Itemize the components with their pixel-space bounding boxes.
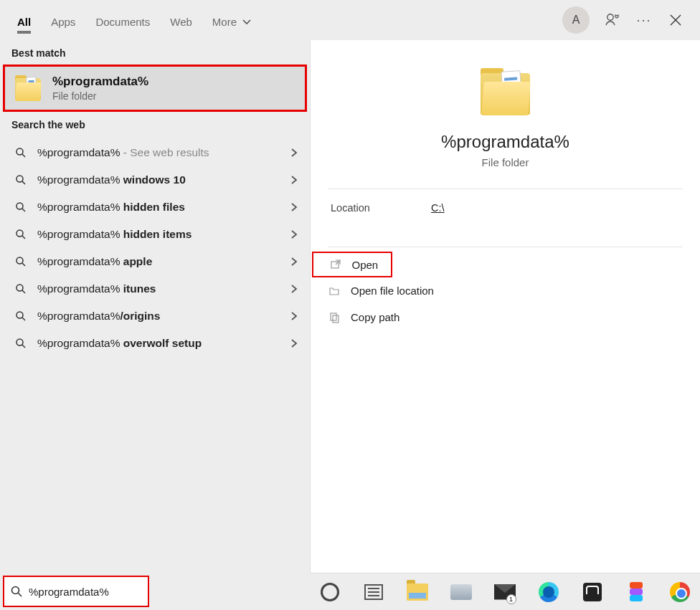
taskbar-cortana[interactable] — [316, 577, 344, 607]
search-icon — [13, 283, 29, 295]
taskbar-edge[interactable] — [535, 577, 563, 607]
web-result-text: %programdata% apple — [37, 255, 290, 268]
location-label: Location — [331, 202, 431, 214]
preview-title: %programdata% — [311, 132, 700, 152]
web-result-text: %programdata% overwolf setup — [37, 337, 290, 350]
cortana-icon — [321, 583, 339, 601]
tab-more[interactable]: More — [202, 3, 261, 38]
web-result-2[interactable]: %programdata% hidden files — [0, 194, 310, 221]
section-search-web-label: Search the web — [0, 112, 310, 136]
taskbar-store[interactable] — [579, 577, 607, 607]
copy-icon — [325, 312, 344, 323]
search-icon — [10, 585, 23, 598]
taskbar-figma[interactable] — [623, 577, 651, 607]
chevron-down-icon — [242, 19, 251, 26]
header-actions: A ··· — [562, 6, 693, 34]
folder-icon — [14, 74, 42, 103]
taskbar-chrome[interactable] — [666, 577, 694, 607]
preview-actions: Open Open file location Copy path — [311, 247, 700, 335]
tab-all[interactable]: All — [7, 3, 41, 38]
web-results-list: %programdata% - See web results%programd… — [0, 136, 310, 360]
keyboard-icon — [450, 584, 472, 600]
edge-icon — [539, 582, 559, 602]
search-body: Best match %programdata% File folder Sea… — [0, 40, 700, 573]
preview-subtitle: File folder — [311, 156, 700, 168]
web-result-4[interactable]: %programdata% apple — [0, 248, 310, 275]
action-copy-path[interactable]: Copy path — [311, 304, 700, 330]
action-open-location-label: Open file location — [351, 285, 434, 297]
svg-point-4 — [16, 230, 23, 237]
feedback-icon[interactable] — [604, 11, 621, 29]
web-result-text: %programdata%/origins — [37, 310, 290, 323]
search-input-box[interactable]: %programdata% — [3, 576, 149, 607]
figma-icon — [630, 582, 643, 602]
taskbar: 1 — [310, 573, 700, 610]
taskbar-task-view[interactable] — [359, 577, 387, 607]
search-icon — [13, 310, 29, 322]
web-result-text: %programdata% - See web results — [37, 146, 290, 159]
open-icon — [326, 259, 345, 270]
chevron-right-icon — [290, 175, 298, 185]
taskbar-keyboard[interactable] — [447, 577, 475, 607]
taskbar-mail[interactable]: 1 — [491, 577, 519, 607]
chevron-right-icon — [290, 202, 298, 212]
search-icon — [13, 174, 29, 186]
web-result-text: %programdata% hidden files — [37, 201, 290, 214]
svg-point-7 — [16, 312, 23, 318]
file-explorer-icon — [407, 583, 428, 601]
chrome-icon — [670, 582, 690, 602]
search-icon — [13, 229, 29, 240]
close-button[interactable] — [667, 11, 684, 29]
web-result-3[interactable]: %programdata% hidden items — [0, 221, 310, 248]
svg-point-3 — [16, 203, 23, 209]
action-open-label: Open — [352, 259, 379, 271]
tab-apps[interactable]: Apps — [41, 3, 85, 38]
svg-point-0 — [607, 14, 613, 20]
web-result-6[interactable]: %programdata%/origins — [0, 302, 310, 330]
svg-rect-10 — [331, 313, 336, 320]
search-header: All Apps Documents Web More A ··· — [0, 0, 700, 40]
results-panel: Best match %programdata% File folder Sea… — [0, 40, 310, 573]
location-row: Location C:\ — [311, 189, 700, 227]
location-link[interactable]: C:\ — [431, 202, 445, 214]
web-result-1[interactable]: %programdata% windows 10 — [0, 166, 310, 194]
mail-badge: 1 — [506, 594, 516, 604]
action-copy-path-label: Copy path — [351, 311, 399, 323]
section-best-match-label: Best match — [0, 40, 310, 65]
svg-point-1 — [16, 148, 23, 155]
task-view-icon — [364, 584, 383, 600]
search-icon — [13, 201, 29, 213]
more-options-icon[interactable]: ··· — [635, 11, 653, 29]
taskbar-file-explorer[interactable] — [403, 577, 431, 607]
chevron-right-icon — [290, 284, 298, 294]
svg-point-2 — [16, 176, 23, 182]
best-match-result[interactable]: %programdata% File folder — [3, 65, 307, 112]
filter-tabs: All Apps Documents Web More — [7, 3, 261, 38]
search-input-value: %programdata% — [29, 586, 109, 598]
action-open-file-location[interactable]: Open file location — [311, 277, 700, 304]
svg-point-12 — [12, 587, 19, 594]
chevron-right-icon — [290, 338, 298, 348]
search-icon — [13, 147, 29, 158]
chevron-right-icon — [290, 257, 298, 267]
web-result-7[interactable]: %programdata% overwolf setup — [0, 330, 310, 357]
action-open[interactable]: Open — [312, 252, 392, 277]
svg-rect-11 — [333, 315, 339, 323]
folder-outline-icon — [325, 285, 344, 297]
svg-point-5 — [16, 257, 23, 264]
user-avatar[interactable]: A — [562, 6, 590, 34]
tab-documents[interactable]: Documents — [85, 3, 160, 38]
svg-point-6 — [16, 285, 23, 291]
best-match-text: %programdata% File folder — [52, 75, 148, 102]
chevron-right-icon — [290, 311, 298, 321]
tab-web[interactable]: Web — [160, 3, 202, 38]
chevron-right-icon — [290, 229, 298, 239]
tab-more-label: More — [212, 16, 237, 28]
web-result-5[interactable]: %programdata% itunes — [0, 275, 310, 302]
web-result-0[interactable]: %programdata% - See web results — [0, 139, 310, 166]
chevron-right-icon — [290, 148, 298, 158]
folder-icon — [479, 66, 532, 119]
web-result-text: %programdata% windows 10 — [37, 173, 290, 186]
best-match-title: %programdata% — [52, 75, 148, 89]
search-icon — [13, 256, 29, 267]
